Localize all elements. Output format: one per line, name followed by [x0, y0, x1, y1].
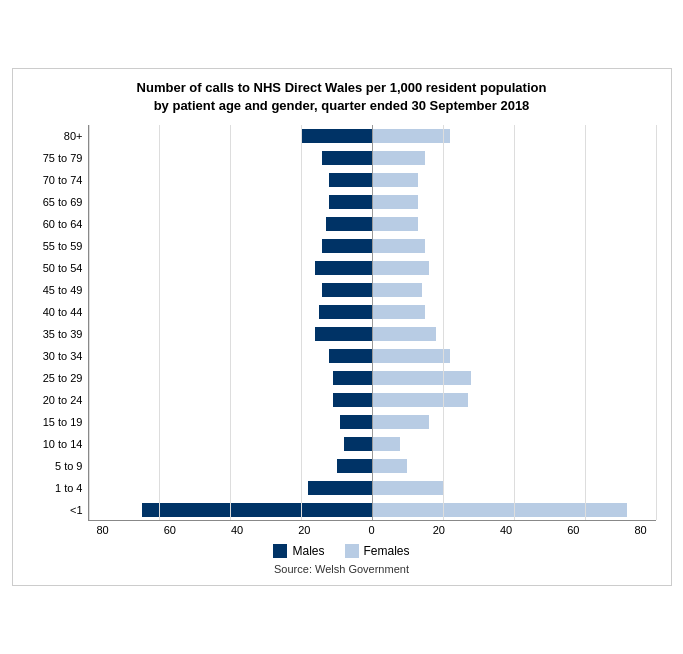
y-label: 70 to 74: [28, 169, 83, 191]
male-bar: [337, 459, 372, 473]
male-bar: [322, 239, 372, 253]
chart-container: Number of calls to NHS Direct Wales per …: [12, 68, 672, 586]
x-axis-label: 60: [558, 524, 588, 536]
legend-male-box: [273, 544, 287, 558]
male-bar: [315, 261, 372, 275]
gridline: [159, 125, 160, 520]
male-bar: [301, 129, 372, 143]
female-bar: [372, 217, 418, 231]
legend-male-label: Males: [292, 544, 324, 558]
male-bar: [319, 305, 372, 319]
y-label: 10 to 14: [28, 433, 83, 455]
y-label: 15 to 19: [28, 411, 83, 433]
legend-female-box: [345, 544, 359, 558]
x-axis-label: 0: [357, 524, 387, 536]
gridline: [230, 125, 231, 520]
y-label: 65 to 69: [28, 191, 83, 213]
y-label: 45 to 49: [28, 279, 83, 301]
male-bar: [333, 393, 372, 407]
male-bar: [333, 371, 372, 385]
female-bar: [372, 283, 422, 297]
title-line2: by patient age and gender, quarter ended…: [154, 98, 530, 113]
y-label: 60 to 64: [28, 213, 83, 235]
source-label: Source: Welsh Government: [28, 563, 656, 575]
female-bar: [372, 151, 425, 165]
legend-female-label: Females: [364, 544, 410, 558]
x-axis-label: 20: [289, 524, 319, 536]
male-bar: [142, 503, 372, 517]
male-bar: [329, 195, 372, 209]
x-axis-label: 80: [626, 524, 656, 536]
y-label: 35 to 39: [28, 323, 83, 345]
male-bar: [340, 415, 372, 429]
male-bar: [308, 481, 372, 495]
center-gridline: [372, 125, 373, 520]
female-bar: [372, 239, 425, 253]
female-bar: [372, 305, 425, 319]
male-bar: [322, 283, 372, 297]
gridline: [514, 125, 515, 520]
bars-wrapper: [88, 125, 656, 521]
x-axis-label: 40: [491, 524, 521, 536]
legend: Males Females: [28, 544, 656, 558]
female-bar: [372, 481, 443, 495]
gridline: [656, 125, 657, 520]
gridline: [585, 125, 586, 520]
legend-females: Females: [345, 544, 410, 558]
female-bar: [372, 261, 429, 275]
female-bar: [372, 195, 418, 209]
male-bar: [315, 327, 372, 341]
female-bar: [372, 173, 418, 187]
y-label: 55 to 59: [28, 235, 83, 257]
y-label: 75 to 79: [28, 147, 83, 169]
female-bar: [372, 459, 407, 473]
gridline: [89, 125, 90, 520]
y-label: 20 to 24: [28, 389, 83, 411]
female-bar: [372, 393, 468, 407]
gridline: [443, 125, 444, 520]
y-label: 80+: [28, 125, 83, 147]
chart-title: Number of calls to NHS Direct Wales per …: [28, 79, 656, 115]
y-label: 30 to 34: [28, 345, 83, 367]
y-label: 50 to 54: [28, 257, 83, 279]
female-bar: [372, 437, 400, 451]
legend-males: Males: [273, 544, 324, 558]
y-label: 25 to 29: [28, 367, 83, 389]
female-bar: [372, 503, 627, 517]
x-axis-label: 60: [155, 524, 185, 536]
female-bar: [372, 349, 450, 363]
x-axis-labels: 80604020020406080: [28, 521, 656, 536]
title-line1: Number of calls to NHS Direct Wales per …: [137, 80, 547, 95]
male-bar: [329, 173, 372, 187]
y-label: 1 to 4: [28, 477, 83, 499]
y-labels: 80+75 to 7970 to 7465 to 6960 to 6455 to…: [28, 125, 88, 521]
y-label: <1: [28, 499, 83, 521]
female-bar: [372, 415, 429, 429]
gridline: [301, 125, 302, 520]
chart-area: 80+75 to 7970 to 7465 to 6960 to 6455 to…: [28, 125, 656, 536]
male-bar: [344, 437, 372, 451]
female-bar: [372, 129, 450, 143]
bars-section: 80+75 to 7970 to 7465 to 6960 to 6455 to…: [28, 125, 656, 521]
x-axis-label: 80: [88, 524, 118, 536]
y-label: 40 to 44: [28, 301, 83, 323]
female-bar: [372, 327, 436, 341]
male-bar: [322, 151, 372, 165]
x-axis-label: 20: [424, 524, 454, 536]
male-bar: [329, 349, 372, 363]
y-label: 5 to 9: [28, 455, 83, 477]
x-axis-label: 40: [222, 524, 252, 536]
female-bar: [372, 371, 471, 385]
male-bar: [326, 217, 372, 231]
